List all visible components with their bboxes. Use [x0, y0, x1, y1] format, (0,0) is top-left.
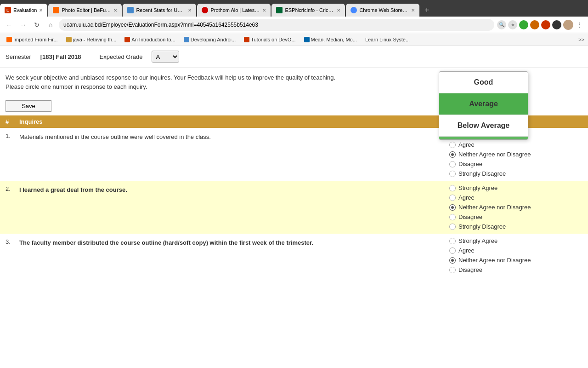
ext-icon-4[interactable]: [541, 20, 550, 29]
bookmark-6[interactable]: Learn Linux Syste...: [362, 36, 413, 43]
bookmark-5-label: Mean, Median, Mo...: [311, 37, 357, 42]
tab-befunky[interactable]: Photo Editor | BeFunky: Fre... ✕: [48, 4, 122, 17]
ext-icon-bookmark[interactable]: ★: [508, 20, 517, 29]
tab-close-befunky[interactable]: ✕: [113, 8, 117, 13]
expected-grade-label: Expected Grade: [100, 53, 143, 60]
q1-radio-neither[interactable]: [449, 151, 456, 158]
back-button[interactable]: ←: [4, 19, 15, 30]
grade-select[interactable]: A+ A A- B+ B B- C+ C D F: [152, 51, 179, 63]
tab-chrome-store[interactable]: Chrome Web Store - ucam ✕: [346, 4, 419, 17]
address-input[interactable]: [59, 19, 494, 31]
bookmarks-bar: Imported From Fir... java - Retriving th…: [0, 33, 588, 46]
dropdown-item-good[interactable]: Good: [439, 72, 528, 93]
q2-agree[interactable]: Agree: [449, 194, 582, 201]
bookmark-1-label: java - Retriving th...: [73, 37, 117, 42]
question-row-2: 2. I learned a great deal from the cours…: [0, 181, 588, 234]
q2-neither[interactable]: Neither Agree nor Disagree: [449, 204, 582, 211]
q1-radio-disagree[interactable]: [449, 161, 456, 167]
bookmark-2[interactable]: An Introduction to...: [122, 36, 178, 43]
ext-icon-3[interactable]: [530, 20, 539, 29]
q3-radio-disagree[interactable]: [449, 267, 456, 273]
home-button[interactable]: ⌂: [45, 19, 56, 30]
question-row-3: 3. The faculty member distributed the co…: [0, 234, 588, 277]
q1-radio-strongly-disagree[interactable]: [449, 171, 456, 177]
q3-radio-neither[interactable]: [449, 257, 456, 264]
espn-favicon: [276, 7, 283, 13]
q3-label-strongly-agree: Strongly Agree: [458, 237, 498, 244]
bookmarks-more[interactable]: >>: [578, 37, 584, 42]
new-tab-button[interactable]: +: [420, 4, 433, 17]
bookmark-5[interactable]: Mean, Median, Mo...: [301, 36, 360, 43]
ext-icon-2[interactable]: [519, 20, 528, 29]
ext-icon-account[interactable]: [563, 20, 573, 30]
q2-radio-disagree[interactable]: [449, 214, 456, 220]
q2-radio-strongly-disagree[interactable]: [449, 224, 456, 230]
q1-label-neither: Neither Agree nor Disagree: [458, 151, 531, 158]
question-3-num: 3.: [6, 237, 19, 245]
bookmark-4-icon: [244, 37, 249, 42]
eval-favicon: E: [5, 7, 11, 13]
tab-close-prothom[interactable]: ✕: [262, 8, 266, 13]
q2-label-strongly-agree: Strongly Agree: [458, 184, 498, 191]
q3-strongly-agree[interactable]: Strongly Agree: [449, 237, 582, 244]
q1-neither[interactable]: Neither Agree nor Disagree: [449, 151, 582, 158]
q2-radio-agree[interactable]: [449, 195, 456, 201]
bookmark-4-label: Tutorials on DevO...: [251, 37, 295, 42]
q3-neither[interactable]: Neither Agree nor Disagree: [449, 257, 582, 264]
q2-radio-strongly-agree[interactable]: [449, 185, 456, 191]
tab-close-chrome-store[interactable]: ✕: [411, 8, 415, 13]
tab-close-eval[interactable]: ✕: [39, 8, 43, 13]
address-bar-row: ← → ↻ ⌂ 🔍 ★ ⋮: [0, 17, 588, 33]
tab-espn[interactable]: ESPNcricinfo - Cricket Live... ✕: [271, 4, 345, 17]
dropdown-bottom-bar: [439, 137, 528, 139]
ext-icon-1[interactable]: 🔍: [497, 20, 506, 29]
semester-label: Semester: [6, 53, 31, 60]
q2-strongly-agree[interactable]: Strongly Agree: [449, 184, 582, 191]
bookmark-0[interactable]: Imported From Fir...: [4, 36, 61, 43]
grade-dropdown: Good Average Below Average: [439, 71, 528, 140]
prothom-favicon: [202, 7, 208, 13]
tab-espn-title: ESPNcricinfo - Cricket Live...: [285, 7, 334, 13]
q2-radio-neither[interactable]: [449, 204, 456, 211]
dropdown-item-average[interactable]: Average: [439, 93, 528, 115]
q1-label-strongly-disagree: Strongly Disagree: [458, 170, 506, 177]
q3-disagree[interactable]: Disagree: [449, 266, 582, 273]
bookmark-4[interactable]: Tutorials on DevO...: [241, 36, 298, 43]
q3-radio-strongly-agree[interactable]: [449, 238, 456, 244]
dropdown-item-below-average[interactable]: Below Average: [439, 115, 528, 137]
bookmark-6-label: Learn Linux Syste...: [365, 37, 410, 42]
tab-close-stats[interactable]: ✕: [188, 8, 192, 13]
q1-agree[interactable]: Agree: [449, 141, 582, 148]
question-3-options: Strongly Agree Agree Neither Agree nor D…: [445, 237, 582, 273]
q2-label-strongly-disagree: Strongly Disagree: [458, 223, 506, 230]
q2-disagree[interactable]: Disagree: [449, 213, 582, 220]
befunky-favicon: [53, 7, 59, 13]
save-button[interactable]: Save: [6, 100, 51, 112]
tab-close-espn[interactable]: ✕: [337, 8, 340, 13]
tab-evaluation-title: Evaluation: [13, 7, 37, 13]
q1-radio-agree[interactable]: [449, 142, 456, 148]
ext-icon-5[interactable]: [552, 20, 561, 29]
q1-disagree[interactable]: Disagree: [449, 161, 582, 167]
q1-label-disagree: Disagree: [458, 161, 482, 167]
col-inquiries: Inquires: [19, 118, 445, 125]
bookmark-3[interactable]: Developing Androi...: [181, 36, 238, 43]
forward-button[interactable]: →: [17, 19, 28, 30]
tab-prothom[interactable]: Prothom Alo | Latest online... ✕: [197, 4, 271, 17]
tab-stats-title: Recent Stats for UCAM Cou...: [136, 7, 186, 13]
q2-strongly-disagree[interactable]: Strongly Disagree: [449, 223, 582, 230]
bookmark-1[interactable]: java - Retriving th...: [63, 36, 119, 43]
q3-agree[interactable]: Agree: [449, 247, 582, 254]
q2-label-disagree: Disagree: [458, 213, 482, 220]
tab-bar: E Evaluation ✕ Photo Editor | BeFunky: F…: [0, 0, 588, 17]
bookmark-3-icon: [184, 37, 189, 42]
ext-icon-menu[interactable]: ⋮: [575, 20, 584, 29]
tab-evaluation[interactable]: E Evaluation ✕: [0, 4, 47, 17]
q1-strongly-disagree[interactable]: Strongly Disagree: [449, 170, 582, 177]
q3-radio-agree[interactable]: [449, 247, 456, 254]
semester-bar: Semester [183] Fall 2018 Expected Grade …: [0, 46, 588, 68]
tab-stats[interactable]: Recent Stats for UCAM Cou... ✕: [123, 4, 196, 17]
reload-button[interactable]: ↻: [31, 19, 42, 30]
semester-value: [183] Fall 2018: [40, 53, 81, 60]
question-2-options: Strongly Agree Agree Neither Agree nor D…: [445, 184, 582, 230]
